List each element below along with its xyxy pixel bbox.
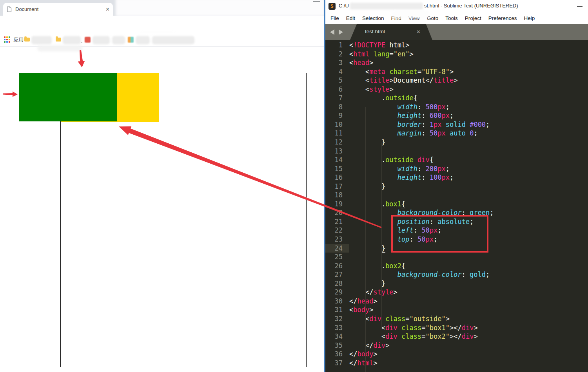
censored-bookmark[interactable] [112,36,125,44]
editor-tab-close-icon[interactable]: × [417,28,420,35]
code-line[interactable]: 8 width: 500px; [325,103,588,112]
code-line[interactable]: 32 <div class="outside"> [325,314,588,323]
code-text: <head> [349,58,373,67]
apps-label[interactable]: 应用 [13,36,24,43]
code-line[interactable]: 1<!DOCTYPE html> [325,41,588,50]
tab-nav-left-icon[interactable] [330,29,334,35]
code-text: border: 1px solid #000; [349,120,490,129]
editor-tab-label: test.html [365,29,385,34]
code-text: } [349,138,385,147]
menu-item-tools[interactable]: Tools [442,15,461,21]
menu-item-help[interactable]: Help [521,15,539,21]
menu-item-preferences[interactable]: Preferences [485,15,521,21]
tab-close-icon[interactable]: × [106,6,109,13]
line-number: 8 [325,103,349,112]
code-line[interactable]: 5 <title>Document</title> [325,76,588,85]
censored-bookmark[interactable] [93,36,110,44]
code-text: margin: 50px auto 0; [349,129,478,138]
line-number: 24 [325,244,349,253]
code-line[interactable]: 7 .outside{ [325,94,588,103]
browser-tab[interactable]: Document × [3,3,113,16]
code-text: height: 100px; [349,173,454,182]
code-line[interactable]: 37</html> [325,359,588,368]
line-number: 32 [325,314,349,323]
line-number: 22 [325,226,349,235]
menu-item-edit[interactable]: Edit [343,15,359,21]
line-number: 5 [325,76,349,85]
code-text: background-color: gold; [349,270,490,279]
code-line[interactable]: 11 margin: 50px auto 0; [325,129,588,138]
code-line[interactable]: 34 <div class="box2"></div> [325,332,588,341]
code-editor[interactable]: 1<!DOCTYPE html>2<html lang="en">3<head>… [325,40,588,372]
chrome-browser-window: Document × + 文件 | file:// [0,0,324,372]
code-text: </head> [349,297,377,306]
sublime-menubar: FileEditSelectionFindViewGotoToolsProjec… [325,12,588,24]
code-line[interactable]: 29 </style> [325,288,588,297]
censor-blur [350,3,423,9]
censored-bookmark[interactable] [136,36,150,44]
bookmark-favicon[interactable] [128,37,134,43]
code-line[interactable]: 12 } [325,138,588,147]
browser-minimize-button[interactable] [313,1,320,2]
code-line[interactable]: 3<head> [325,58,588,67]
line-number: 17 [325,182,349,191]
code-text: <body> [349,305,373,314]
line-number: 21 [325,217,349,226]
line-number: 27 [325,270,349,279]
rendered-page-viewport [0,47,324,372]
line-number: 1 [325,41,349,50]
code-text: <style> [349,85,394,94]
sublime-minimize-button[interactable] [577,6,583,7]
code-line[interactable]: 14 .outside div{ [325,155,588,164]
line-number: 28 [325,279,349,288]
menu-item-selection[interactable]: Selection [359,15,388,21]
bookmark-favicon[interactable] [85,37,91,43]
code-line[interactable]: 18 [325,191,588,200]
code-line[interactable]: 2<html lang="en"> [325,50,588,59]
code-line[interactable]: 6 <style> [325,85,588,94]
line-number: 25 [325,253,349,262]
code-line[interactable]: 19 .box1{ [325,200,588,209]
censored-bookmark[interactable] [152,36,194,44]
bookmark-folder-icon[interactable] [56,38,61,42]
censored-bookmark[interactable] [63,36,81,44]
code-line[interactable]: 27 background-color: gold; [325,270,588,279]
code-line[interactable]: 10 border: 1px solid #000; [325,120,588,129]
bookmark-folder-icon[interactable] [24,38,30,42]
code-line[interactable]: 33 <div class="box1"></div> [325,323,588,332]
code-text: .box2{ [349,262,405,271]
line-number: 9 [325,111,349,120]
code-text: </html> [349,359,377,368]
annotation-highlight-rect [391,215,488,253]
sublime-text-window: S C:\Ust.html - Sublime Text (UNREGISTER… [324,0,588,372]
code-line[interactable]: 36</body> [325,350,588,359]
line-number: 18 [325,191,349,200]
tab-nav-right-icon[interactable] [339,29,343,35]
browser-tab-strip: Document × + [0,0,324,16]
code-text: width: 200px; [349,164,450,173]
code-line[interactable]: 26 .box2{ [325,262,588,271]
code-line[interactable]: 9 height: 600px; [325,111,588,120]
code-line[interactable]: 4 <meta charset="UTF-8"> [325,67,588,76]
censored-bookmark[interactable] [31,36,52,44]
editor-tab[interactable]: test.html × [350,24,432,40]
page-favicon-icon [7,6,12,12]
censor-blur [391,10,429,19]
sublime-tab-bar: test.html × [325,24,588,40]
code-line[interactable]: 13 [325,147,588,156]
code-line[interactable]: 25 [325,253,588,262]
code-line[interactable]: 28 } [325,279,588,288]
code-line[interactable]: 35 </div> [325,341,588,350]
code-line[interactable]: 17 } [325,182,588,191]
apps-grid-icon[interactable] [4,36,10,43]
code-line[interactable]: 16 height: 100px; [325,173,588,182]
menu-item-file[interactable]: File [327,15,343,21]
line-number: 26 [325,262,349,271]
menu-item-project[interactable]: Project [461,15,485,21]
code-line[interactable]: 30</head> [325,297,588,306]
code-line[interactable]: 15 width: 200px; [325,164,588,173]
line-number: 30 [325,297,349,306]
code-line[interactable]: 31<body> [325,305,588,314]
tab-title: Document [15,6,106,12]
code-lines: 1<!DOCTYPE html>2<html lang="en">3<head>… [325,41,588,367]
